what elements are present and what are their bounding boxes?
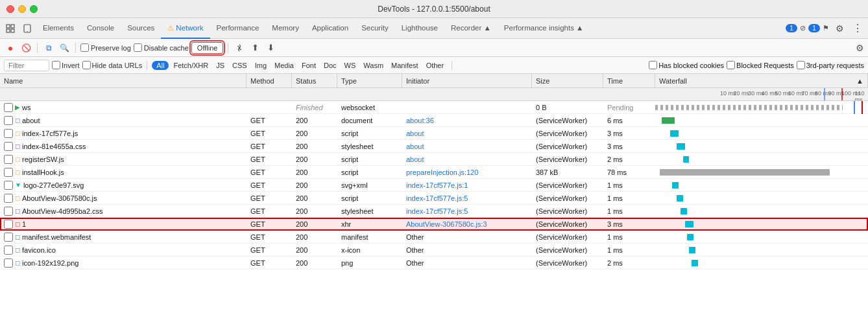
import-button[interactable]: ⬆ (248, 41, 261, 54)
table-row[interactable]: ◻ AboutView-4d995ba2.css GET 200 stylesh… (0, 205, 868, 218)
filter-type-fetch-xhr[interactable]: Fetch/XHR (170, 61, 211, 70)
tab-recorder[interactable]: Recorder ▲ (444, 18, 498, 39)
close-button[interactable] (6, 5, 14, 13)
cell-method: GET (247, 246, 292, 254)
inspect-icon[interactable] (3, 21, 18, 36)
filter-type-css[interactable]: CSS (229, 61, 250, 70)
filter-type-other[interactable]: Other (423, 61, 448, 70)
table-row[interactable]: ◻ AboutView-3067580c.js GET 200 script i… (0, 192, 868, 205)
row-checkbox[interactable] (4, 181, 13, 190)
red-marker (862, 101, 863, 114)
cell-initiator[interactable]: about (402, 143, 532, 150)
tab-lighthouse[interactable]: Lighthouse (395, 18, 444, 39)
cell-initiator[interactable]: index-17cf577e.js:5 (402, 207, 532, 215)
table-row[interactable]: ◻ registerSW.js GET 200 script about (Se… (0, 153, 868, 166)
mobile-icon[interactable] (19, 21, 35, 36)
blocked-requests-label[interactable]: Blocked Requests (727, 61, 794, 69)
cell-initiator[interactable]: about:36 (402, 117, 532, 124)
cell-initiator[interactable]: index-17cf577e.js:1 (402, 181, 532, 189)
row-checkbox[interactable] (4, 220, 13, 229)
filter-type-media[interactable]: Media (271, 61, 297, 70)
record-button[interactable]: ● (4, 41, 17, 54)
invert-checkbox[interactable] (52, 61, 60, 69)
col-header-name[interactable]: Name (0, 74, 247, 87)
table-row[interactable]: ◻ manifest.webmanifest GET 200 manifest … (0, 231, 868, 244)
table-row[interactable]: ◻ favicon.ico GET 200 x-icon Other (Serv… (0, 244, 868, 257)
table-row[interactable]: ◻ index-81e4655a.css GET 200 stylesheet … (0, 140, 868, 153)
row-checkbox[interactable] (4, 168, 13, 177)
more-options-button[interactable]: ⋮ (850, 21, 865, 36)
table-row[interactable]: ◻ about GET 200 document about:36 (Servi… (0, 114, 868, 127)
hide-data-urls-checkbox[interactable] (82, 61, 91, 69)
tab-perf-insights[interactable]: Performance insights ▲ (498, 18, 590, 39)
toolbar-settings-icon[interactable]: ⚙ (856, 43, 864, 53)
tab-application[interactable]: Application (306, 18, 355, 39)
export-button[interactable]: ⬇ (264, 41, 277, 54)
settings-button[interactable]: ⚙ (832, 21, 847, 36)
tab-performance[interactable]: Performance (210, 18, 266, 39)
filter-type-img[interactable]: Img (252, 61, 270, 70)
tab-console[interactable]: Console (80, 18, 121, 39)
row-checkbox[interactable] (4, 207, 13, 216)
row-checkbox[interactable] (4, 103, 13, 112)
col-header-initiator[interactable]: Initiator (402, 74, 532, 87)
filter-input[interactable] (4, 60, 49, 71)
tab-sources[interactable]: Sources (121, 18, 161, 39)
col-header-method[interactable]: Method (247, 74, 292, 87)
invert-label[interactable]: Invert (52, 61, 80, 69)
third-party-label[interactable]: 3rd-party requests (797, 61, 864, 69)
network-conditions-icon[interactable] (233, 41, 246, 54)
blocked-requests-checkbox[interactable] (727, 61, 735, 69)
preserve-log-checkbox[interactable] (80, 43, 89, 52)
search-button[interactable]: 🔍 (58, 41, 71, 54)
filter-type-font[interactable]: Font (298, 61, 319, 70)
col-header-status[interactable]: Status (292, 74, 337, 87)
filter-type-all[interactable]: All (152, 61, 169, 70)
row-checkbox[interactable] (4, 246, 13, 255)
preserve-log-label[interactable]: Preserve log (80, 43, 131, 52)
minimize-button[interactable] (18, 5, 26, 13)
table-row[interactable]: ◻ 1 GET 200 xhr AboutView-3067580c.js:3 … (0, 218, 868, 231)
row-checkbox[interactable] (4, 142, 13, 151)
badge-warnings: 1 (808, 24, 820, 32)
hide-data-urls-label[interactable]: Hide data URLs (82, 61, 143, 69)
tab-elements[interactable]: Elements (36, 18, 80, 39)
row-checkbox[interactable] (4, 233, 13, 242)
row-checkbox[interactable] (4, 155, 13, 164)
filter-type-doc[interactable]: Doc (320, 61, 340, 70)
disable-cache-checkbox[interactable] (134, 43, 142, 52)
filter-type-wasm[interactable]: Wasm (360, 61, 387, 70)
row-checkbox[interactable] (4, 258, 13, 268)
table-row[interactable]: ◻ icon-192x192.png GET 200 png Other (Se… (0, 257, 868, 270)
filter-type-js[interactable]: JS (213, 61, 228, 70)
has-blocked-label[interactable]: Has blocked cookies (649, 61, 724, 69)
col-header-type[interactable]: Type (337, 74, 402, 87)
maximize-button[interactable] (30, 5, 38, 13)
cell-initiator[interactable]: index-17cf577e.js:5 (402, 194, 532, 202)
tab-security[interactable]: Security (355, 18, 395, 39)
col-header-time[interactable]: Time (603, 74, 655, 87)
cell-initiator[interactable]: prepareInjection.js:120 (402, 168, 532, 176)
filter-toggle-button[interactable]: ⧉ (42, 41, 55, 54)
cell-initiator[interactable]: about (402, 130, 532, 137)
clear-button[interactable]: 🚫 (19, 41, 32, 54)
filter-type-ws[interactable]: WS (341, 61, 359, 70)
disable-cache-label[interactable]: Disable cache (134, 43, 189, 52)
table-row[interactable]: ▼ logo-277e0e97.svg GET 200 svg+xml inde… (0, 179, 868, 192)
cell-initiator[interactable]: about (402, 155, 532, 163)
cell-initiator[interactable]: AboutView-3067580c.js:3 (402, 220, 532, 228)
tab-memory[interactable]: Memory (265, 18, 306, 39)
row-checkbox[interactable] (4, 129, 13, 138)
table-row[interactable]: ▶ ws Finished websocket 0 B Pending (0, 101, 868, 114)
tab-network[interactable]: ⚠ Network (161, 18, 210, 39)
col-header-waterfall[interactable]: Waterfall ▲ (655, 74, 868, 87)
offline-button[interactable]: Offline (191, 42, 224, 54)
row-checkbox[interactable] (4, 116, 13, 125)
third-party-checkbox[interactable] (797, 61, 805, 69)
table-row[interactable]: ◻ installHook.js GET 200 script prepareI… (0, 166, 868, 179)
row-checkbox[interactable] (4, 194, 13, 203)
table-row[interactable]: ◻ index-17cf577e.js GET 200 script about… (0, 127, 868, 140)
filter-type-manifest[interactable]: Manifest (388, 61, 422, 70)
col-header-size[interactable]: Size (532, 74, 603, 87)
has-blocked-checkbox[interactable] (649, 61, 657, 69)
